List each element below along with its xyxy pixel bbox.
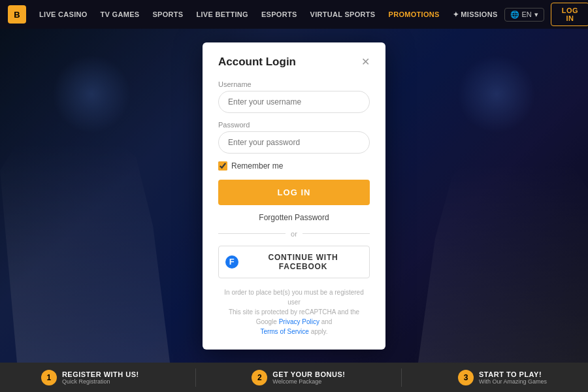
hero-section: WE नस Account Login ✕ Username Password … — [0, 29, 588, 363]
nav-item-live-casino[interactable]: LIVE CASINO — [33, 10, 94, 18]
or-divider: or — [218, 230, 370, 238]
nav-item-esports[interactable]: ESPORTS — [255, 10, 304, 18]
facebook-login-button[interactable]: f CONTINUE WITH FACEBOOK — [218, 246, 370, 278]
terms-of-service-link[interactable]: Terms of Service — [260, 328, 308, 335]
strip-sub-2: Welcome Package — [272, 378, 345, 385]
login-modal: Account Login ✕ Username Password Rememb… — [203, 42, 385, 350]
nav-item-virtual-sports[interactable]: VIRTUAL SPORTS — [304, 10, 382, 18]
modal-footer: In order to place bet(s) you must be a r… — [218, 287, 370, 336]
password-input[interactable] — [218, 131, 370, 154]
strip-title-2: GET YOUR BONUS! — [272, 370, 345, 378]
strip-item-3: 3 START TO PLAY! With Our Amazing Games — [458, 370, 547, 385]
strip-title-1: REGISTER WITH US! — [62, 370, 139, 378]
username-group: Username — [218, 80, 370, 113]
username-label: Username — [218, 80, 370, 88]
or-text: or — [291, 230, 297, 238]
navigation: B LIVE CASINO TV GAMES SPORTS LIVE BETTI… — [0, 0, 588, 29]
login-button[interactable]: LOG IN — [551, 3, 588, 26]
footer-text-2: This site is protected by reCAPTCHA and … — [218, 307, 370, 336]
remember-label[interactable]: Remember me — [231, 161, 283, 171]
language-selector[interactable]: 🌐 EN ▾ — [504, 8, 544, 22]
site-logo[interactable]: B — [8, 5, 26, 24]
strip-number-1: 1 — [41, 370, 57, 385]
username-input[interactable] — [218, 91, 370, 113]
nav-item-promotions[interactable]: PROMOTIONS — [382, 10, 446, 18]
strip-item-2: 2 GET YOUR BONUS! Welcome Package — [252, 370, 345, 385]
strip-number-2: 2 — [252, 370, 267, 385]
nav-item-sports[interactable]: SPORTS — [146, 10, 189, 18]
bottom-strip: 1 REGISTER WITH US! Quick Registration 2… — [0, 363, 588, 392]
nav-item-live-betting[interactable]: LIVE BETTING — [189, 10, 254, 18]
divider-line-left — [218, 233, 286, 234]
strip-title-3: START TO PLAY! — [479, 370, 547, 378]
remember-checkbox[interactable] — [218, 161, 227, 171]
strip-sub-1: Quick Registration — [62, 378, 139, 385]
modal-header: Account Login ✕ — [218, 56, 370, 69]
modal-close-button[interactable]: ✕ — [361, 57, 370, 67]
facebook-icon: f — [225, 255, 238, 269]
strip-divider-1 — [195, 368, 196, 387]
divider-line-right — [302, 233, 370, 234]
strip-divider-2 — [401, 368, 402, 387]
strip-number-3: 3 — [458, 370, 474, 385]
strip-sub-3: With Our Amazing Games — [479, 378, 547, 385]
footer-text-1: In order to place bet(s) you must be a r… — [218, 287, 370, 307]
modal-overlay: Account Login ✕ Username Password Rememb… — [0, 29, 588, 363]
modal-title: Account Login — [218, 56, 296, 69]
login-submit-button[interactable]: LOG IN — [218, 180, 370, 205]
strip-item-1: 1 REGISTER WITH US! Quick Registration — [41, 370, 139, 385]
forgot-password-link[interactable]: Forgotten Password — [218, 213, 370, 222]
facebook-btn-label: CONTINUE WITH FACEBOOK — [244, 253, 363, 271]
remember-row: Remember me — [218, 161, 370, 171]
privacy-policy-link[interactable]: Privacy Policy — [279, 318, 319, 325]
nav-item-tv-games[interactable]: TV GAMES — [94, 10, 146, 18]
password-label: Password — [218, 121, 370, 129]
password-group: Password — [218, 121, 370, 154]
nav-item-missions[interactable]: ✦ MISSIONS — [446, 10, 504, 19]
